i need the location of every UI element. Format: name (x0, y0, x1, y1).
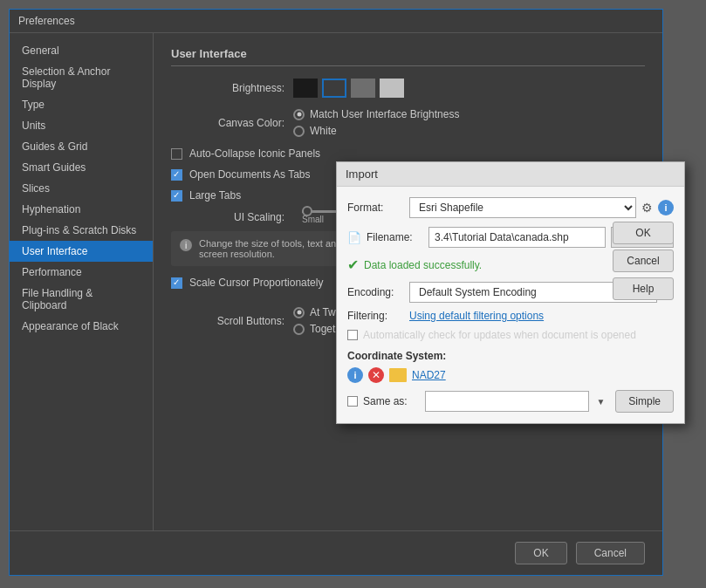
sidebar-item-appearance-black[interactable]: Appearance of Black (10, 316, 153, 337)
import-title: Import (346, 168, 378, 181)
sidebar-item-selection-anchor-display[interactable]: Selection & Anchor Display (10, 61, 153, 94)
same-as-row: Same as: ▼ Simple (347, 390, 674, 413)
checkmark-icon: ✔ (347, 256, 359, 273)
format-info-icon[interactable]: i (658, 200, 674, 215)
sidebar-item-general[interactable]: General (10, 40, 153, 61)
radio-white-input[interactable] (293, 126, 305, 137)
sidebar-item-hyphenation[interactable]: Hyphenation (10, 199, 153, 220)
filtering-row: Filtering: Using default filtering optio… (347, 310, 674, 322)
import-title-bar: Import (337, 162, 684, 187)
filename-input[interactable] (428, 227, 606, 248)
brightness-label: Brightness: (171, 82, 284, 94)
swatch-light-gray[interactable] (380, 79, 404, 98)
file-icon: 📄 (347, 231, 361, 244)
sidebar-item-plug-ins[interactable]: Plug-ins & Scratch Disks (10, 220, 153, 241)
filtering-link[interactable]: Using default filtering options (409, 310, 544, 322)
canvas-color-radio-group: Match User Interface Brightness White (293, 108, 459, 137)
sidebar-item-type[interactable]: Type (10, 94, 153, 115)
coord-info-icon[interactable]: i (347, 367, 363, 383)
auto-check-checkbox[interactable] (347, 330, 358, 340)
auto-collapse-label: Auto-Collapse Iconic Panels (189, 147, 320, 160)
import-body: OK Cancel Help Format: Esri Shapefile ⚙ … (337, 187, 684, 423)
auto-collapse-checkbox[interactable] (171, 148, 182, 160)
slider-thumb[interactable] (302, 206, 312, 216)
import-cancel-button[interactable]: Cancel (613, 250, 674, 272)
filtering-label: Filtering: (347, 310, 404, 322)
ok-button[interactable]: OK (515, 542, 566, 564)
same-as-dropdown-arrow[interactable]: ▼ (596, 397, 605, 407)
preferences-title-bar: Preferences (10, 10, 662, 33)
radio-white-label: White (310, 125, 337, 137)
import-help-button[interactable]: Help (613, 277, 674, 300)
bottom-buttons: OK Cancel (10, 530, 662, 575)
brightness-row: Brightness: (171, 79, 645, 98)
open-docs-checkbox[interactable] (171, 169, 182, 181)
auto-check-row: Automatically check for updates when doc… (347, 329, 674, 341)
canvas-color-row: Canvas Color: Match User Interface Brigh… (171, 108, 645, 137)
import-right-buttons: OK Cancel Help (613, 222, 674, 300)
radio-match-brightness-input[interactable] (293, 109, 305, 120)
radio-match-brightness-label: Match User Interface Brightness (310, 108, 459, 120)
gear-icon[interactable]: ⚙ (641, 201, 653, 215)
coord-folder-icon[interactable] (389, 368, 407, 382)
coord-icons-row: i ✕ NAD27 (347, 367, 674, 383)
section-title: User Interface (171, 47, 645, 66)
same-as-label: Same as: (363, 395, 420, 407)
same-as-checkbox[interactable] (347, 396, 358, 407)
cancel-button[interactable]: Cancel (576, 542, 645, 564)
sidebar-item-slices[interactable]: Slices (10, 178, 153, 199)
sidebar-item-file-handling[interactable]: File Handling & Clipboard (10, 283, 153, 316)
coord-system-label: Coordinate System: (347, 350, 674, 362)
import-ok-button[interactable]: OK (613, 222, 674, 244)
scroll-buttons-label: Scroll Buttons: (171, 315, 284, 327)
same-as-input[interactable] (425, 391, 589, 412)
success-message: Data loaded successfully. (364, 259, 482, 271)
format-label: Format: (347, 202, 404, 214)
simple-button[interactable]: Simple (615, 390, 674, 413)
radio-together-input[interactable] (293, 324, 305, 335)
format-select[interactable]: Esri Shapefile (409, 197, 636, 218)
info-icon: i (180, 239, 192, 251)
ui-scaling-label: UI Scaling: (171, 211, 284, 223)
scale-cursor-checkbox[interactable] (171, 277, 182, 289)
encoding-label: Encoding: (347, 286, 404, 298)
coord-name-link[interactable]: NAD27 (412, 369, 446, 381)
radio-at-two-ends-input[interactable] (293, 307, 305, 318)
sidebar-item-units[interactable]: Units (10, 115, 153, 136)
open-docs-label: Open Documents As Tabs (189, 168, 311, 181)
format-row: Format: Esri Shapefile ⚙ i (347, 197, 674, 218)
radio-match-brightness[interactable]: Match User Interface Brightness (293, 108, 459, 120)
sidebar-item-smart-guides[interactable]: Smart Guides (10, 157, 153, 178)
large-tabs-label: Large Tabs (189, 189, 241, 202)
radio-white[interactable]: White (293, 125, 459, 137)
sidebar: General Selection & Anchor Display Type … (10, 33, 154, 530)
auto-collapse-row[interactable]: Auto-Collapse Iconic Panels (171, 147, 645, 160)
coord-remove-icon[interactable]: ✕ (368, 367, 384, 383)
swatch-medium-gray[interactable] (351, 79, 375, 98)
auto-check-label: Automatically check for updates when doc… (363, 329, 636, 341)
swatch-black[interactable] (293, 79, 318, 98)
large-tabs-checkbox[interactable] (171, 190, 182, 202)
filename-label: Filename: (367, 231, 423, 243)
canvas-color-label: Canvas Color: (171, 117, 284, 129)
sidebar-item-user-interface[interactable]: User Interface (10, 241, 153, 262)
sidebar-item-guides-grid[interactable]: Guides & Grid (10, 136, 153, 157)
swatch-dark-gray[interactable] (322, 79, 346, 98)
import-dialog: Import OK Cancel Help Format: Esri Shape… (336, 161, 685, 424)
brightness-swatches (293, 79, 404, 98)
sidebar-item-performance[interactable]: Performance (10, 262, 153, 283)
scale-cursor-label: Scale Cursor Proportionately (189, 277, 323, 289)
preferences-title: Preferences (18, 15, 75, 27)
